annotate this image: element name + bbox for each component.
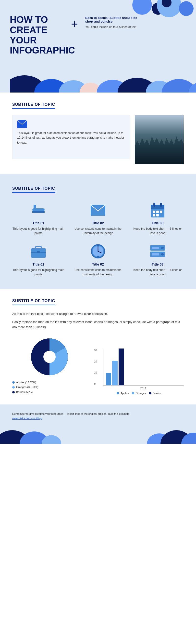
bar-group [106, 348, 124, 385]
y-label-10: 10 [94, 371, 97, 374]
svg-rect-11 [33, 205, 36, 210]
svg-rect-18 [153, 210, 155, 213]
bar-legend-dot [132, 392, 134, 394]
y-axis-labels: 0 10 20 30 [94, 349, 97, 386]
pie-legend-item: Berries (50%) [12, 390, 87, 395]
bar-chart-legend: ApplesOrangesBerries [94, 392, 184, 395]
header-section: HOW TO CREATE YOUR INFOGRAPHIC + Back to… [0, 0, 196, 92]
pie-legend: Apples (16.67%)Oranges (33.33%)Berries (… [12, 380, 87, 395]
svg-rect-36 [152, 253, 159, 256]
footer-blobs [0, 419, 196, 444]
section1-photo [135, 115, 184, 164]
svg-point-31 [97, 245, 99, 247]
bar-legend-dot [149, 392, 151, 394]
svg-rect-26 [37, 251, 40, 253]
y-label-20: 20 [94, 360, 97, 363]
bar-legend-item: Apples [117, 392, 129, 395]
icon-item-text: Keep the body text short — 6 lines or le… [132, 268, 184, 276]
section2-row2: Title 01 This layout is good for highlig… [12, 243, 184, 276]
svg-point-38 [161, 253, 164, 256]
bar-legend-label: Berries [153, 392, 162, 395]
header-subtitle-block: Back to basics: Subtitle should be short… [85, 16, 139, 29]
icon-item-title: Title 01 [12, 221, 64, 225]
header-subtitle-text: You could include up to 3-5 lines of tex… [85, 25, 139, 29]
svg-point-37 [161, 247, 164, 249]
bar-item [106, 373, 111, 385]
y-label-30: 30 [94, 349, 97, 352]
icon-item-title: Title 02 [72, 262, 124, 266]
section1-layout-row: This layout is great for a detailed expl… [12, 115, 184, 164]
icon-item-text: This layout is good for highlighting mai… [12, 226, 64, 235]
pie-legend-item: Apples (16.67%) [12, 380, 87, 385]
svg-rect-15 [151, 205, 164, 209]
forest-silhouette [135, 135, 184, 164]
legend-label: Berries (50%) [16, 390, 33, 395]
icon-item-title: Title 01 [12, 262, 64, 266]
icon-item-text: Keep the body text short — 6 lines or le… [132, 226, 184, 235]
legend-label: Apples (16.67%) [16, 380, 36, 385]
icon-item: Title 01 This layout is good for highlig… [12, 202, 64, 235]
bar-chart-wrapper: 0 10 20 30 2011 [94, 349, 184, 390]
envelope-icon [17, 120, 125, 128]
icon-item: Title 01 This layout is good for highlig… [12, 243, 64, 276]
pie-area: Apples (16.67%)Oranges (33.33%)Berries (… [12, 337, 87, 395]
svg-rect-12 [32, 211, 45, 213]
section1-card-text: This layout is great for a detailed expl… [17, 131, 125, 145]
bar-legend-item: Berries [149, 392, 162, 395]
bar-chart-inner [103, 349, 184, 386]
section2: SUBTITLE OF TOPIC Title 01 This layout i… [0, 174, 196, 289]
section1: SUBTITLE OF TOPIC This layout is great f… [0, 92, 196, 174]
y-label-0: 0 [94, 382, 97, 385]
section3-subtitle: SUBTITLE OF TOPIC [12, 299, 55, 305]
staple-icon [30, 202, 47, 219]
pie-svg-overlay [30, 337, 69, 376]
bar-item [119, 348, 124, 385]
svg-rect-35 [152, 247, 159, 249]
section3: SUBTITLE OF TOPIC As this is the last bl… [0, 289, 196, 404]
header-title: HOW TO CREATE YOUR INFOGRAPHIC [10, 15, 64, 56]
section3-text2: Easily replace the map on the left with … [12, 320, 184, 330]
bar-x-label: 2011 [103, 387, 184, 390]
icon-item-text: Use consistent icons to maintain the uni… [72, 226, 124, 235]
icon-item-title: Title 02 [72, 221, 124, 225]
svg-rect-16 [153, 203, 155, 207]
footer-text-content: Remember to give credit to your resource… [12, 412, 130, 415]
header-subtitle-title: Back to basics: Subtitle should be short… [85, 16, 139, 23]
icon-item: Title 02 Use consistent icons to maintai… [72, 243, 124, 276]
svg-rect-22 [156, 214, 159, 216]
bar-legend-item: Oranges [132, 392, 146, 395]
deco-circle [132, 0, 152, 15]
bar-area: 0 10 20 30 2011 ApplesOrangesBerries [94, 349, 184, 395]
bar-legend-label: Oranges [136, 392, 146, 395]
legend-dot [12, 381, 15, 384]
footer-link[interactable]: www.piktochart.com/blog [12, 417, 42, 420]
pie-legend-item: Oranges (33.33%) [12, 385, 87, 390]
icon-item-text: Use consistent icons to maintain the uni… [72, 268, 124, 276]
section2-row1: Title 01 This layout is good for highlig… [12, 202, 184, 235]
footer-text: Remember to give credit to your resource… [12, 412, 184, 420]
footer-section: Remember to give credit to your resource… [0, 404, 196, 444]
section3-text1: As this is the last block, consider usin… [12, 312, 184, 316]
icon-item-text: This layout is good for highlighting mai… [12, 268, 64, 276]
header-content: HOW TO CREATE YOUR INFOGRAPHIC + Back to… [10, 15, 186, 56]
svg-point-41 [43, 351, 56, 363]
svg-rect-19 [156, 210, 159, 213]
icon-item-title: Title 03 [132, 221, 184, 225]
clock-icon [89, 243, 107, 260]
icon-item: Title 03 Keep the body text short — 6 li… [132, 202, 184, 235]
deco-circle [179, 1, 194, 16]
pie-chart [30, 337, 69, 376]
charts-row: Apples (16.67%)Oranges (33.33%)Berries (… [12, 337, 184, 395]
server-icon [149, 243, 166, 260]
icon-item: Title 02 Use consistent icons to maintai… [72, 202, 124, 235]
briefcase-icon [30, 243, 47, 260]
section1-text-card: This layout is great for a detailed expl… [12, 115, 130, 159]
blob-row [10, 60, 186, 92]
icon-item: Title 03 Keep the body text short — 6 li… [132, 243, 184, 276]
legend-dot [12, 386, 15, 388]
blob-svg [10, 60, 196, 92]
svg-rect-20 [160, 210, 162, 213]
section2-subtitle: SUBTITLE OF TOPIC [12, 186, 55, 193]
icon-item-title: Title 03 [132, 262, 184, 266]
bar-item [112, 361, 118, 385]
